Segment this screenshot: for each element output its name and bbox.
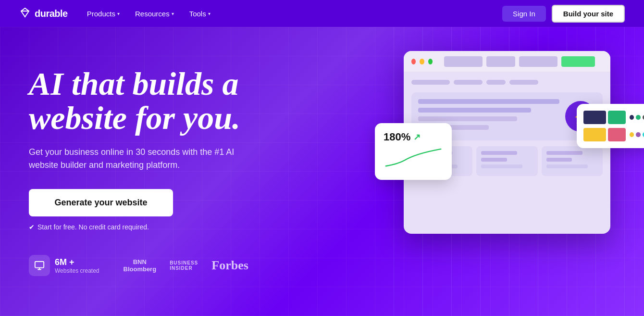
chevron-down-icon: ▾ (172, 11, 174, 16)
stat-label: Websites created (55, 267, 99, 274)
press-logos: BNNBloomberg BUSINESSINSIDER Forbes (124, 258, 248, 273)
palette-swatch-dark (583, 111, 606, 124)
checkmark-icon: ✔ (29, 223, 35, 231)
hero-subtitle: Get your business online in 30 seconds w… (29, 146, 250, 172)
logo-icon (19, 7, 31, 21)
url-pill-cta (561, 56, 595, 67)
window-close-dot (411, 59, 416, 64)
url-pill (519, 56, 557, 67)
nav-links: Products ▾ Resources ▾ Tools ▾ (87, 10, 502, 18)
hero-title: AI that builds a website for you. (29, 67, 288, 136)
signin-button[interactable]: Sign In (502, 6, 546, 22)
mockup-card-3 (542, 146, 603, 176)
logo[interactable]: durable (19, 7, 68, 21)
palette-dot-3 (643, 115, 644, 120)
stats-row: 6M + Websites created BNNBloomberg BUSIN… (29, 255, 288, 276)
monitor-icon (29, 255, 50, 276)
palette-swatch-yellow (583, 128, 606, 141)
build-site-button[interactable]: Build your site (552, 5, 625, 23)
navbar: durable Products ▾ Resources ▾ Tools ▾ S… (0, 0, 644, 27)
palette-dot-4 (630, 132, 634, 137)
window-fullscreen-dot (428, 59, 433, 64)
window-minimize-dot (420, 59, 424, 64)
nav-resources[interactable]: Resources ▾ (135, 10, 174, 18)
nav-actions: Sign In Build your site (502, 5, 625, 23)
floating-stat-card: 180% ↗ (375, 123, 452, 180)
floating-palette-card (577, 104, 644, 148)
url-bar (444, 56, 595, 67)
growth-chart (384, 146, 443, 170)
palette-swatch-green (608, 111, 626, 124)
browser-titlebar (404, 51, 610, 72)
url-pill (444, 56, 483, 67)
website-count-stat: 6M + Websites created (29, 255, 99, 276)
forbes-logo: Forbes (211, 258, 248, 273)
nav-products[interactable]: Products ▾ (87, 10, 120, 18)
hero-illustration: ⚡ (375, 37, 644, 306)
palette-dot-2 (636, 115, 640, 120)
hero-content: AI that builds a website for you. Get yo… (0, 67, 288, 277)
palette-swatch-pink (608, 128, 626, 141)
stat-number: 6M + (55, 257, 99, 267)
palette-dot-6 (643, 132, 644, 137)
svg-rect-0 (35, 262, 44, 268)
url-pill (486, 56, 515, 67)
nav-tools[interactable]: Tools ▾ (189, 10, 211, 18)
generate-website-button[interactable]: Generate your website (29, 189, 173, 216)
palette-dot-5 (636, 132, 640, 137)
logo-text: durable (35, 8, 68, 19)
chevron-down-icon: ▾ (208, 11, 211, 16)
trending-up-icon: ↗ (413, 132, 421, 142)
free-note: ✔ Start for free. No credit card require… (29, 223, 288, 231)
chevron-down-icon: ▾ (117, 11, 120, 16)
stat-value: 180% (384, 131, 410, 143)
business-insider-logo: BUSINESSINSIDER (170, 260, 198, 271)
bnn-bloomberg-logo: BNNBloomberg (124, 258, 157, 273)
mockup-card-2 (476, 146, 537, 176)
palette-dot-1 (630, 115, 634, 120)
mockup-nav (411, 80, 603, 85)
hero-section: AI that builds a website for you. Get yo… (0, 27, 644, 316)
